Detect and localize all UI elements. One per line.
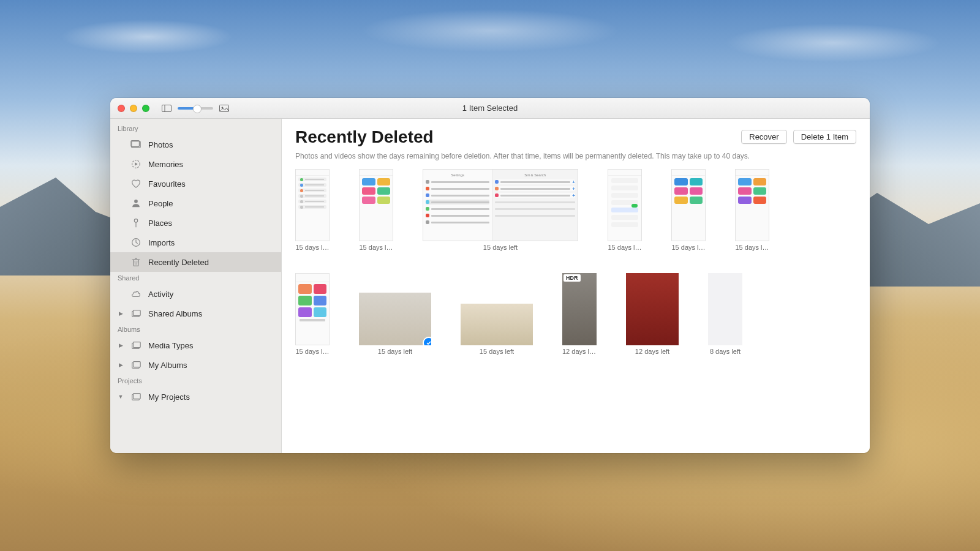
thumbnail-image[interactable] [608,169,642,241]
sidebar-item-label: Media Types [148,341,193,350]
thumbnail-item[interactable]: 15 days left [359,293,431,355]
zoom-window-button[interactable] [142,105,149,112]
minimize-window-button[interactable] [130,105,137,112]
thumbnail-image[interactable] [359,169,393,241]
days-left-label: 15 days l… [359,244,393,251]
days-left-label: 12 days left [562,348,597,355]
thumbnail-item[interactable]: HDR12 days left [562,273,597,355]
sidebar-item-label: People [148,199,173,208]
sidebar-toggle-icon[interactable] [162,104,172,113]
thumbnail-image[interactable] [359,293,431,345]
days-left-label: 15 days l… [671,244,706,251]
close-window-button[interactable] [118,105,125,112]
recover-button[interactable]: Recover [741,130,786,144]
hdr-badge: HDR [564,274,581,282]
sidebar-item-activity[interactable]: ▶Activity [110,284,281,304]
thumbnail-size-icon[interactable] [219,104,229,113]
sidebar-item-label: Imports [148,238,175,247]
disclosure-right-icon[interactable]: ▶ [118,310,124,317]
titlebar: 1 Item Selected [110,98,870,119]
sidebar-item-label: My Albums [148,361,187,370]
stack-icon [130,339,142,351]
days-left-label: 15 days l… [608,244,642,251]
sidebar-section-header: Albums [110,323,281,335]
svg-rect-22 [134,362,141,367]
zoom-slider[interactable] [178,107,213,110]
person-icon [130,197,142,209]
thumbnail-image[interactable] [461,304,533,345]
cloud-icon [130,288,142,300]
sidebar-item-shared-albums[interactable]: ▶Shared Albums [110,304,281,323]
sidebar-item-recently-deleted[interactable]: ▶Recently Deleted [110,252,281,272]
stack-icon [130,359,142,371]
disclosure-right-icon[interactable]: ▶ [118,342,124,348]
content-area: Recently Deleted Recover Delete 1 Item P… [282,119,870,453]
sidebar-section-header: Projects [110,375,281,387]
thumbnail-image[interactable] [671,169,706,241]
thumbnail-item[interactable]: SettingsSiri & Search+++15 days left [423,169,578,251]
stack-icon [130,391,142,403]
sidebar-item-my-albums[interactable]: ▶My Albums [110,355,281,375]
thumbnail-item[interactable]: 15 days l… [295,273,330,355]
svg-rect-0 [162,105,172,111]
sidebar-item-label: Activity [148,290,173,299]
sidebar-item-label: Places [148,219,172,228]
sidebar-item-memories[interactable]: ▶Memories [110,154,281,174]
svg-point-9 [134,200,138,203]
svg-rect-20 [134,342,141,348]
sidebar-item-label: Favourites [148,179,186,189]
page-title: Recently Deleted [295,127,434,147]
disclosure-right-icon[interactable]: ▶ [118,362,124,368]
days-left-label: 15 days left [359,348,431,355]
thumbnail-item[interactable]: 15 days left [461,304,533,355]
thumbnail-item[interactable]: 15 days l… [671,169,706,251]
photos-icon [130,138,142,151]
sidebar-section-header: Library [110,122,281,135]
days-left-label: 15 days l… [295,244,330,251]
thumbnail-image[interactable] [626,273,679,345]
thumbnail-item[interactable]: 15 days l… [735,169,769,251]
sidebar-item-imports[interactable]: ▶Imports [110,233,281,252]
delete-button[interactable]: Delete 1 Item [793,130,856,144]
toolbar-tools [162,104,229,113]
sidebar-item-label: Shared Albums [148,309,202,318]
days-left-label: 15 days l… [295,348,330,355]
sidebar-item-label: Memories [148,160,183,169]
sidebar-item-favourites[interactable]: ▶Favourites [110,174,281,193]
window-controls [118,105,149,112]
thumbnail-item[interactable]: 12 days left [626,273,679,355]
thumbnail-image[interactable] [735,169,769,241]
pin-icon [130,217,142,229]
thumbnail-item[interactable]: 15 days l… [295,169,330,251]
thumbnail-image[interactable]: SettingsSiri & Search+++ [423,169,578,241]
sidebar-item-people[interactable]: ▶People [110,193,281,213]
disclosure-down-icon[interactable]: ▼ [118,394,124,400]
thumbnail-item[interactable]: 15 days l… [359,169,393,251]
sidebar-item-label: My Projects [148,392,190,402]
svg-point-10 [134,219,137,222]
thumbnail-item[interactable]: 8 days left [708,273,742,355]
clock-icon [130,236,142,249]
thumbnail-image[interactable] [708,273,742,345]
window-title: 1 Item Selected [462,103,518,113]
sidebar-item-places[interactable]: ▶Places [110,213,281,233]
memories-icon [130,158,142,170]
page-subtitle: Photos and videos show the days remainin… [295,152,856,160]
stack-icon [130,307,142,320]
sidebar-section-header: Shared [110,272,281,284]
thumbnail-grid: 15 days l…15 days l…SettingsSiri & Searc… [295,169,856,355]
thumbnail-image[interactable] [295,273,330,345]
sidebar-item-label: Photos [148,140,173,149]
thumbnail-item[interactable]: 15 days l… [608,169,642,251]
days-left-label: 15 days l… [735,244,769,251]
selected-check-icon [423,337,431,345]
sidebar-item-media-types[interactable]: ▶Media Types [110,335,281,355]
days-left-label: 15 days left [423,244,578,251]
sidebar-item-my-projects[interactable]: ▼My Projects [110,387,281,407]
app-window: 1 Item Selected Library▶Photos▶Memories▶… [110,98,870,453]
thumbnail-image[interactable]: HDR [562,273,597,345]
svg-rect-18 [134,310,141,316]
sidebar-item-photos[interactable]: ▶Photos [110,135,281,154]
trash-icon [130,256,142,268]
thumbnail-image[interactable] [295,169,330,241]
